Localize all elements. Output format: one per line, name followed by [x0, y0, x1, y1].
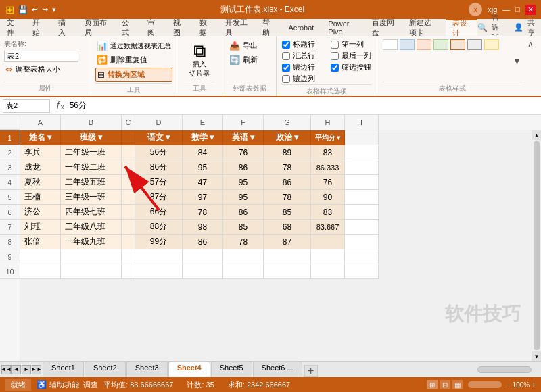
cell-G5[interactable]: 78 — [264, 190, 311, 205]
cell-G6[interactable]: 85 — [264, 205, 311, 220]
cell-G7[interactable]: 68 — [264, 220, 311, 235]
cell-H1[interactable]: 平均分 ▾ — [311, 130, 345, 145]
cell-B5[interactable]: 三年级一班 — [61, 190, 122, 205]
cell-G8[interactable]: 87 — [264, 235, 311, 249]
first-col-check[interactable]: 第一列 — [331, 39, 371, 49]
cell-F8[interactable]: 78 — [223, 235, 264, 249]
cell-F2[interactable]: 76 — [223, 145, 264, 160]
share-btn[interactable]: 共享 — [527, 18, 536, 38]
cell-H2[interactable]: 83 — [311, 145, 345, 160]
tab-file[interactable]: 文件 — [0, 19, 26, 36]
formula-input[interactable]: 56分 — [67, 101, 538, 112]
cell-F6[interactable]: 86 — [223, 205, 264, 220]
cell-H7[interactable]: 83.667 — [311, 220, 345, 235]
collapse-ribbon-btn[interactable]: ∧ — [527, 36, 541, 96]
quick-styles-dropdown[interactable]: ▾ — [512, 39, 522, 82]
tab-insert[interactable]: 插入 — [51, 19, 77, 36]
style-swatch-6[interactable] — [467, 39, 482, 50]
cell-D8[interactable]: 99分 — [135, 235, 183, 249]
cell-D2[interactable]: 56分 — [135, 145, 183, 160]
quick-save[interactable]: 💾 — [18, 5, 28, 14]
cell-A4[interactable]: 夏秋 — [20, 175, 61, 190]
sheet-tab-sheet4[interactable]: Sheet4 — [168, 362, 210, 377]
tab-data[interactable]: 数据 — [193, 19, 218, 36]
sheet-nav-prev[interactable]: ◄ — [11, 365, 21, 374]
sheet-nav-first[interactable]: ◄◄ — [1, 365, 11, 374]
quick-redo[interactable]: ↪ — [42, 5, 48, 14]
header-row-check[interactable]: 标题行 — [282, 39, 323, 49]
cell-B3[interactable]: 一年级二班 — [61, 160, 122, 175]
cell-D5[interactable]: 87分 — [135, 190, 183, 205]
cell-F4[interactable]: 95 — [223, 175, 264, 190]
cell-A1[interactable]: 姓名 ▾ — [20, 130, 61, 145]
cell-H5[interactable]: 90 — [311, 190, 345, 205]
cell-reference-input[interactable] — [3, 99, 50, 113]
export-btn[interactable]: 📤 导出 — [228, 39, 270, 52]
tab-baidu[interactable]: 百度网盘 — [365, 19, 402, 36]
filter-btn-check[interactable]: 筛选按钮 — [331, 62, 371, 72]
refresh-btn[interactable]: 🔄 刷新 — [228, 53, 270, 66]
cell-B4[interactable]: 二年级五班 — [61, 175, 122, 190]
cell-E2[interactable]: 84 — [183, 145, 223, 160]
cell-G4[interactable]: 86 — [264, 175, 311, 190]
tab-view[interactable]: 视图 — [166, 19, 192, 36]
page-break-btn[interactable]: ▦ — [452, 380, 463, 389]
sheet-tab-sheet6[interactable]: Sheet6 ... — [253, 362, 302, 377]
style-swatch-2[interactable] — [400, 39, 415, 50]
search-icon[interactable]: 🔍 — [477, 23, 488, 32]
cell-G1[interactable]: 政治 ▾ — [264, 130, 311, 145]
tab-developer[interactable]: 开发工具 — [218, 19, 256, 36]
maximize-btn[interactable]: □ — [515, 5, 520, 14]
page-layout-btn[interactable]: ⊟ — [440, 380, 450, 389]
cell-E7[interactable]: 98 — [183, 220, 223, 235]
user-avatar[interactable]: x — [469, 3, 482, 16]
cell-B7[interactable]: 三年级八班 — [61, 220, 122, 235]
sheet-tab-sheet5[interactable]: Sheet5 — [211, 362, 252, 377]
cell-H3[interactable]: 86.333 — [311, 160, 345, 175]
cell-F1[interactable]: 英语 ▾ — [223, 130, 264, 145]
cell-A5[interactable]: 王楠 — [20, 190, 61, 205]
remove-dup-btn[interactable]: 🔁 删除重复值 — [95, 53, 172, 66]
cell-D3[interactable]: 86分 — [135, 160, 183, 175]
zoom-slider[interactable] — [468, 381, 502, 388]
cell-E4[interactable]: 47 — [183, 175, 223, 190]
tab-new[interactable]: 新建选项卡 — [402, 19, 446, 36]
style-swatch-3[interactable] — [417, 39, 431, 50]
add-sheet-btn[interactable]: + — [304, 365, 318, 377]
cell-D1[interactable]: 语文 ▾ — [135, 130, 183, 145]
style-swatch-4[interactable] — [433, 39, 448, 50]
quick-undo[interactable]: ↩ — [32, 5, 38, 14]
cell-F7[interactable]: 85 — [223, 220, 264, 235]
cell-A6[interactable]: 济公 — [20, 205, 61, 220]
cell-D4[interactable]: 57分 — [135, 175, 183, 190]
scroll-thumb[interactable] — [534, 141, 540, 350]
cell-E6[interactable]: 78 — [183, 205, 223, 220]
sheet-nav-next[interactable]: ► — [22, 365, 31, 374]
sheet-nav-last[interactable]: ►► — [32, 365, 41, 374]
cell-A9[interactable] — [20, 249, 61, 264]
insert-slicer-btn[interactable]: ⧉ 插入切片器 — [184, 39, 215, 81]
summarize-btn[interactable]: 📊 通过数据透视表汇总 — [95, 39, 172, 52]
cell-G3[interactable]: 78 — [264, 160, 311, 175]
cell-F3[interactable]: 86 — [223, 160, 264, 175]
tab-tabledesign[interactable]: 表设计 — [446, 19, 477, 36]
convert-to-range-btn[interactable]: ⊞ 转换为区域 — [95, 68, 172, 82]
normal-view-btn[interactable]: ⊞ — [427, 380, 438, 389]
cell-G2[interactable]: 89 — [264, 145, 311, 160]
cell-A2[interactable]: 李兵 — [20, 145, 61, 160]
sheet-tab-sheet1[interactable]: Sheet1 — [43, 362, 84, 377]
style-swatch-7[interactable] — [484, 39, 499, 50]
cell-B2[interactable]: 二年级一班 — [61, 145, 122, 160]
banded-rows-check[interactable]: 镶边行 — [282, 62, 323, 72]
cell-B8[interactable]: 一年级九班 — [61, 235, 122, 249]
cell-F5[interactable]: 95 — [223, 190, 264, 205]
cell-A3[interactable]: 成龙 — [20, 160, 61, 175]
sheet-tab-sheet3[interactable]: Sheet3 — [126, 362, 168, 377]
last-col-check[interactable]: 最后一列 — [331, 51, 371, 61]
share-icon[interactable]: 👤 — [514, 23, 523, 32]
tab-layout[interactable]: 页面布局 — [78, 19, 115, 36]
tab-review[interactable]: 审阅 — [141, 19, 166, 36]
tab-acrobat[interactable]: Acrobat — [281, 19, 321, 36]
tab-formula[interactable]: 公式 — [115, 19, 141, 36]
accessibility-btn[interactable]: ♿ 辅助功能: 调查 — [37, 380, 98, 390]
